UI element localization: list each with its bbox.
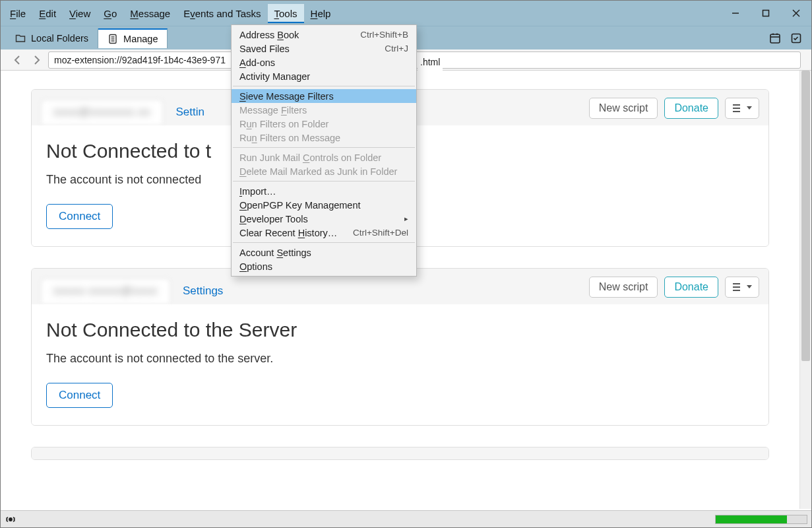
menu-item-developer-tools[interactable]: Developer Tools▸ [232,212,416,226]
chevron-down-icon [747,285,752,289]
url-text-left: moz-extension://92ad419f-1b4c-43e9-971 [54,55,226,65]
menu-separator [233,242,415,243]
menu-button[interactable] [725,98,759,119]
menu-separator [233,147,415,148]
menu-help[interactable]: Help [304,4,338,23]
shortcut: Ctrl+J [385,44,408,53]
card-body: Not Connected to the ServerThe account i… [32,304,768,425]
account-tab[interactable]: xxxx@xxxxxxx.xx [41,100,163,124]
account-tab[interactable]: xxxxx-xxxxx@xxxx [41,279,170,303]
menu-view[interactable]: View [63,4,97,23]
menu-events-and-tasks[interactable]: Events and Tasks [177,4,267,23]
svg-rect-8 [770,34,780,43]
menu-edit[interactable]: Edit [32,4,63,23]
folder-icon [15,33,26,44]
menu-item-import[interactable]: Import… [232,184,416,198]
menu-item-add-ons[interactable]: Add-ons [232,55,416,69]
menu-item-run-filters-on-folder: Run Filters on Folder [232,117,416,131]
menu-item-message-filters: Message Filters [232,103,416,117]
menu-item-openpgp-key-management[interactable]: OpenPGP Key Management [232,198,416,212]
hamburger-icon [732,104,743,113]
new-script-button[interactable]: New script [589,98,658,119]
submenu-arrow-icon: ▸ [404,214,408,223]
maximize-button[interactable] [751,1,781,26]
menu-go[interactable]: Go [97,4,123,23]
minimize-button[interactable] [720,1,751,26]
calendar-icon[interactable] [769,32,781,44]
account-name: xxxx@xxxxxxx.xx [53,106,150,118]
menu-tools[interactable]: Tools [268,4,304,23]
connect-button[interactable]: Connect [46,204,113,229]
settings-tab[interactable]: Settings [170,279,235,303]
shortcut: Ctrl+Shift+Del [353,228,408,238]
menu-button[interactable] [725,277,759,298]
menu-item-delete-mail-marked-as-junk-in-folder: Delete Mail Marked as Junk in Folder [232,164,416,178]
document-icon [108,34,118,44]
svg-point-19 [9,517,12,520]
card-heading: Not Connected to the Server [46,319,754,341]
tab-label: Manage [123,34,158,44]
menu-item-address-book[interactable]: Address BookCtrl+Shift+B [232,28,416,42]
menu-item-saved-files[interactable]: Saved FilesCtrl+J [232,42,416,55]
card-header [32,447,768,460]
menu-separator [233,181,415,182]
tab-manage-sieve[interactable]: Manage [98,28,168,48]
menu-item-run-junk-mail-controls-on-folder: Run Junk Mail Controls on Folder [232,150,416,164]
donate-button[interactable]: Donate [664,277,718,298]
menu-separator [233,86,415,86]
svg-rect-1 [763,11,769,16]
scrollbar-thumb[interactable] [801,71,810,361]
settings-tab[interactable]: Settin [163,100,216,124]
menubar: FileEditViewGoMessageEvents and TasksToo… [1,1,340,26]
menu-item-activity-manager[interactable]: Activity Manager [232,69,416,83]
vertical-scrollbar[interactable] [799,71,811,509]
status-bar [1,510,811,527]
menu-file[interactable]: File [3,4,32,23]
new-script-button[interactable]: New script [589,277,658,298]
menu-item-sieve-message-filters[interactable]: Sieve Message Filters [232,89,416,103]
connect-button[interactable]: Connect [46,383,113,408]
back-button[interactable] [11,53,24,67]
progress-bar [715,515,807,524]
account-card [31,447,769,460]
menu-message[interactable]: Message [123,4,177,23]
account-name: xxxxx-xxxxx@xxxx [53,284,158,297]
tab-local-folders[interactable]: Local Folders [6,28,98,48]
menu-item-run-filters-on-message: Run Filters on Message [232,131,416,145]
menu-item-clear-recent-history[interactable]: Clear Recent History…Ctrl+Shift+Del [232,226,416,240]
url-text-right: .html [418,53,443,71]
window-controls [720,1,811,26]
hamburger-icon [732,282,743,292]
tasks-icon[interactable] [790,32,802,44]
tools-dropdown[interactable]: Address BookCtrl+Shift+BSaved FilesCtrl+… [231,24,417,277]
titlebar: FileEditViewGoMessageEvents and TasksToo… [1,1,811,26]
forward-button[interactable] [30,53,43,67]
progress-fill [716,515,787,523]
activity-icon [5,513,16,525]
menu-item-options[interactable]: Options [232,259,416,273]
close-button[interactable] [781,1,811,26]
card-message: The account is not connected to the serv… [46,352,754,366]
chevron-down-icon [747,106,752,110]
menu-item-account-settings[interactable]: Account Settings [232,246,416,259]
tab-label: Local Folders [31,33,88,44]
shortcut: Ctrl+Shift+B [360,30,408,40]
donate-button[interactable]: Donate [664,98,718,119]
account-card: xxxxx-xxxxx@xxxxSettingsNew scriptDonate… [31,268,769,426]
